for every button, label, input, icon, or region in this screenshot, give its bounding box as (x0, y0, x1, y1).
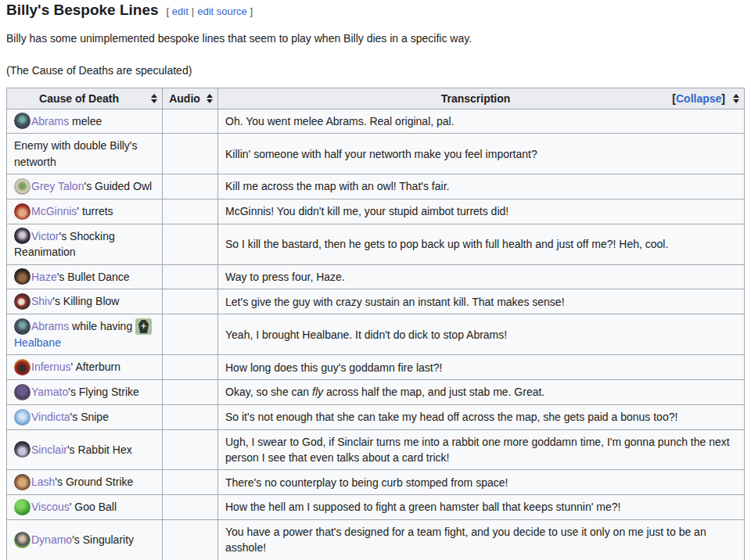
cause-text: 's Ground Strike (55, 476, 133, 488)
cause-text: while having (69, 320, 135, 332)
cause-cell: Sinclair's Rabbit Hex (7, 429, 163, 470)
cause-cell: Infernus' Afterburn (7, 355, 163, 380)
abrams-icon[interactable] (14, 113, 31, 129)
hero-link-abrams[interactable]: Abrams (31, 320, 69, 332)
audio-cell (163, 314, 218, 355)
collapse-toggle[interactable]: [Collapse] (672, 92, 725, 105)
shiv-icon[interactable] (14, 293, 31, 310)
table-row: Infernus' Afterburn How long does this g… (7, 355, 745, 380)
victor-icon[interactable] (14, 228, 31, 244)
hero-link-haze[interactable]: Haze (31, 271, 57, 283)
transcription-cell: How the hell am I supposed to fight a gr… (218, 495, 745, 520)
hero-link-dynamo[interactable]: Dynamo (31, 533, 72, 546)
sort-down-icon (151, 99, 157, 103)
viscous-icon[interactable] (14, 499, 31, 515)
hero-link-grey-talon[interactable]: Grey Talon (31, 180, 84, 192)
collapse-link[interactable]: Collapse (676, 92, 721, 105)
audio-cell (163, 404, 218, 429)
col-header-audio-label: Audio (169, 92, 200, 105)
cause-text: 's Singularity (72, 533, 134, 546)
sinclair-icon[interactable] (14, 441, 31, 458)
audio-cell (163, 224, 218, 264)
transcription-text: Okay, so she can (225, 386, 312, 398)
sort-up-icon (151, 94, 157, 98)
haze-icon[interactable] (14, 268, 31, 285)
header-row: Cause of Death Audio Transcription [Coll… (7, 88, 745, 109)
audio-cell (163, 519, 218, 560)
sort-down-icon (207, 99, 213, 103)
cause-cell: McGinnis' turrets (7, 199, 163, 224)
sort-icon[interactable] (733, 94, 739, 103)
col-header-audio[interactable]: Audio (163, 88, 218, 109)
transcription-cell: Yeah, I brought Healbane. It didn't do d… (218, 314, 745, 355)
sort-up-icon (733, 94, 739, 98)
table-row: Dynamo's Singularity You have a power th… (7, 519, 745, 560)
healbane-icon[interactable] (135, 318, 152, 335)
table-row: Sinclair's Rabbit Hex Ugh, I swear to Go… (7, 429, 745, 470)
hero-link-shiv[interactable]: Shiv (31, 295, 52, 307)
infernus-icon[interactable] (14, 359, 31, 375)
edit-section: [ edit|edit source ] (167, 5, 253, 17)
table-row: Abrams while having Healbane Yeah, I bro… (7, 314, 745, 355)
cause-text: 's Snipe (70, 411, 109, 423)
hero-link-sinclair[interactable]: Sinclair (31, 443, 67, 456)
col-header-transcription[interactable]: Transcription [Collapse] (218, 88, 745, 109)
cause-text: ' turrets (77, 205, 113, 217)
transcription-emphasis: fly (312, 386, 323, 398)
sort-icon[interactable] (207, 94, 213, 103)
mcginnis-icon[interactable] (14, 203, 31, 220)
sort-icon[interactable] (151, 94, 157, 103)
note-text: (The Cause of Deaths are speculated) (6, 63, 745, 78)
transcription-cell: How long does this guy's goddamn fire la… (218, 355, 745, 380)
audio-cell (163, 289, 218, 314)
page-title-text: Billy's Bespoke Lines (6, 2, 159, 18)
vindicta-icon[interactable] (14, 409, 31, 425)
transcription-cell: So I kill the bastard, then he gets to p… (218, 224, 745, 264)
transcription-cell: Let's give the guy with crazy sustain an… (218, 289, 745, 314)
yamato-icon[interactable] (14, 384, 31, 400)
hero-link-lash[interactable]: Lash (31, 476, 55, 488)
greytalon-icon[interactable] (14, 178, 31, 195)
audio-cell (163, 199, 218, 224)
table-row: Abrams melee Oh. You went melee Abrams. … (7, 109, 745, 134)
cause-cell: Lash's Ground Strike (7, 470, 163, 495)
cause-text: 's Rabbit Hex (67, 443, 132, 456)
table-row: Yamato's Flying Strike Okay, so she can … (7, 380, 745, 405)
edit-section-divider: | (192, 5, 194, 17)
hero-link-victor[interactable]: Victor (31, 230, 59, 242)
hero-link-yamato[interactable]: Yamato (31, 386, 68, 398)
hero-link-abrams[interactable]: Abrams (31, 115, 69, 127)
col-header-cause-of-death[interactable]: Cause of Death (7, 88, 163, 109)
hero-link-mcginnis[interactable]: McGinnis (31, 205, 77, 217)
audio-cell (163, 380, 218, 405)
bespoke-lines-table: Cause of Death Audio Transcription [Coll… (6, 88, 745, 560)
table-row: Shiv's Killing Blow Let's give the guy w… (7, 289, 745, 314)
edit-source-link[interactable]: edit source (197, 5, 247, 17)
hero-link-vindicta[interactable]: Vindicta (31, 411, 70, 423)
edit-link[interactable]: edit (172, 5, 189, 17)
audio-cell (163, 134, 218, 174)
table-row: Viscous' Goo Ball How the hell am I supp… (7, 495, 745, 520)
col-header-transcription-label: Transcription (441, 92, 511, 105)
cause-cell: Dynamo's Singularity (7, 519, 163, 560)
audio-cell (163, 429, 218, 470)
cause-cell: Vindicta's Snipe (7, 404, 163, 429)
intro-text: Billy has some unimplemented bespoke lin… (6, 31, 745, 46)
hero-link-infernus[interactable]: Infernus (31, 361, 71, 373)
lash-icon[interactable] (14, 474, 31, 490)
item-link-healbane[interactable]: Healbane (14, 336, 61, 349)
cause-cell: Shiv's Killing Blow (7, 289, 163, 314)
transcription-cell: Ugh, I swear to God, if Sinclair turns m… (218, 429, 745, 470)
cause-text: ' Afterburn (71, 361, 120, 373)
cause-text: 's Guided Owl (84, 180, 152, 192)
hero-link-viscous[interactable]: Viscous (31, 501, 70, 513)
transcription-cell: Kill me across the map with an owl! That… (218, 174, 745, 199)
table-row: Vindicta's Snipe So it's not enough that… (7, 404, 745, 429)
page-content: Billy's Bespoke Lines[ edit|edit source … (0, 0, 751, 560)
dynamo-icon[interactable] (14, 532, 31, 548)
cause-cell: Grey Talon's Guided Owl (7, 174, 163, 199)
transcription-cell: Way to press four, Haze. (218, 264, 745, 289)
sort-up-icon (207, 94, 213, 98)
abrams-icon[interactable] (14, 318, 31, 335)
transcription-cell: So it's not enough that she can take my … (218, 404, 745, 429)
